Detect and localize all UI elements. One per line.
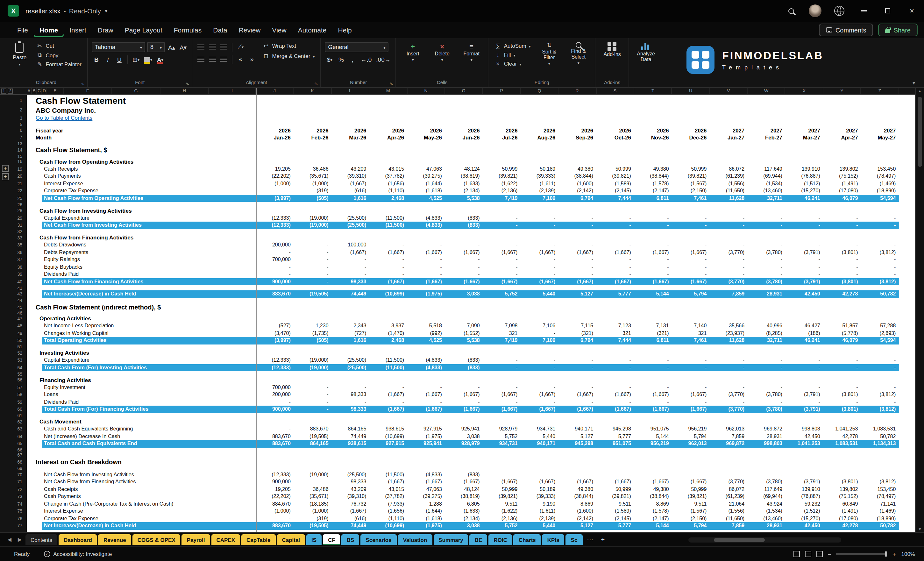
cell[interactable]: 98,333 — [332, 392, 370, 398]
row-label[interactable]: Changes in Working Capital — [27, 330, 256, 336]
cell[interactable]: - — [558, 222, 596, 228]
cell[interactable]: - — [824, 215, 861, 221]
menu-tab-data[interactable]: Data — [207, 23, 233, 37]
cell[interactable]: 883,670 — [294, 426, 332, 432]
cell[interactable]: (3,770) — [710, 406, 748, 412]
cell[interactable]: (2,150) — [672, 516, 710, 522]
column-header-I[interactable]: I — [209, 88, 256, 94]
cell[interactable]: 42,278 — [824, 434, 861, 440]
cell[interactable]: 48,124 — [445, 486, 483, 492]
cell[interactable]: 5,127 — [558, 523, 596, 529]
row-number[interactable]: 55 — [0, 372, 27, 376]
cell[interactable]: - — [824, 222, 861, 228]
row-number[interactable]: 5 — [0, 122, 27, 126]
share-button[interactable]: Share — [879, 24, 918, 36]
cell[interactable]: 7,859 — [710, 291, 748, 297]
row-number[interactable]: 58 — [0, 393, 27, 397]
cell[interactable]: - — [369, 242, 407, 248]
cell[interactable]: (3,770) — [710, 392, 748, 398]
cell[interactable]: (4,833) — [407, 365, 445, 370]
cell[interactable]: (17,080) — [824, 516, 861, 522]
sheet-tab-is[interactable]: IS — [306, 534, 322, 545]
row-number[interactable]: 44 — [0, 298, 27, 303]
cell[interactable]: (319) — [294, 188, 332, 194]
row-label[interactable]: Net Cash Flow from Operating Activities — [27, 195, 256, 201]
cell[interactable]: (3,801) — [824, 279, 861, 285]
cell[interactable]: Mar-27 — [786, 134, 824, 140]
cell[interactable]: (2,150) — [672, 188, 710, 194]
cell[interactable]: (1,667) — [558, 279, 596, 285]
cell[interactable]: 7,131 — [634, 323, 672, 329]
align-top-button[interactable] — [196, 42, 206, 52]
column-header-J[interactable]: J — [256, 88, 294, 94]
font-size-select[interactable]: 8▾ — [147, 42, 165, 52]
cell[interactable]: (69,944) — [748, 174, 786, 179]
cell[interactable]: - — [369, 257, 407, 262]
cell[interactable]: 36,486 — [294, 166, 332, 172]
row-number[interactable]: 36 — [0, 250, 27, 255]
row-number[interactable]: 67 — [0, 453, 27, 457]
cell[interactable]: (319) — [294, 516, 332, 522]
row-label[interactable]: Debts Drawdowns — [27, 242, 256, 248]
row-label[interactable]: Cash Flow Statement — [27, 95, 126, 105]
cell[interactable]: 945,298 — [558, 441, 596, 447]
sheet-tab-cogs-opex[interactable]: COGS & OPEX — [132, 534, 180, 545]
cell[interactable]: (1,667) — [520, 392, 558, 398]
cell[interactable]: - — [710, 357, 748, 363]
row-label[interactable]: Total Cash From (For) Investing Activiti… — [27, 365, 256, 370]
cell[interactable]: 940,171 — [558, 426, 596, 432]
comments-button[interactable]: Comments — [819, 24, 873, 36]
cell[interactable]: (3,812) — [861, 479, 899, 485]
cell[interactable]: (1,667) — [483, 279, 521, 285]
row-number[interactable]: 59 — [0, 400, 27, 404]
sheet-tab-charts[interactable]: Charts — [514, 534, 541, 545]
cell[interactable]: (19,505) — [294, 523, 332, 529]
collapse-ribbon-icon[interactable]: ▾ — [912, 80, 915, 86]
cell[interactable]: - — [332, 399, 370, 405]
cell[interactable]: - — [332, 272, 370, 278]
align-center-button[interactable] — [208, 54, 217, 64]
cell[interactable]: 2,343 — [332, 323, 370, 329]
cell[interactable]: - — [634, 215, 672, 221]
cell[interactable]: (23,937) — [710, 330, 748, 336]
cell[interactable]: - — [558, 357, 596, 363]
cell[interactable]: 100,000 — [332, 242, 370, 248]
cell[interactable]: - — [861, 264, 899, 270]
presence-button[interactable] — [827, 0, 851, 22]
row-label[interactable]: Net Cash Flow from Financing Activities — [27, 479, 256, 485]
cell[interactable]: (11,650) — [710, 188, 748, 194]
menu-tab-automate[interactable]: Automate — [292, 23, 332, 37]
row-label[interactable]: Investing Activities — [27, 350, 89, 356]
cell[interactable]: - — [710, 215, 748, 221]
cell[interactable]: (3,791) — [786, 406, 824, 412]
cell[interactable]: 700,000 — [256, 257, 294, 262]
row-number[interactable]: 61 — [0, 413, 27, 418]
row-number[interactable]: 68 — [0, 459, 27, 464]
chevron-down-icon[interactable]: ▾ — [105, 8, 107, 14]
cell[interactable]: (1,000) — [294, 508, 332, 514]
column-header-X[interactable]: X — [786, 88, 824, 94]
cell[interactable]: (3,780) — [748, 392, 786, 398]
cell[interactable]: (1,667) — [407, 406, 445, 412]
cell[interactable]: 139,910 — [786, 166, 824, 172]
cell[interactable]: - — [558, 242, 596, 248]
cell[interactable]: (2,145) — [596, 188, 634, 194]
cell[interactable]: - — [483, 242, 521, 248]
cell[interactable]: 42,450 — [786, 434, 824, 440]
cell[interactable]: - — [294, 392, 332, 398]
cell[interactable]: (11,500) — [369, 222, 407, 228]
row-label[interactable]: Total Operating Activities — [27, 338, 256, 344]
add-sheet-button[interactable]: + — [598, 536, 608, 543]
cell[interactable]: - — [634, 472, 672, 478]
row-label[interactable]: Cash Flow Statement, $ — [27, 147, 107, 153]
cell[interactable]: (1,667) — [558, 479, 596, 485]
number-format-select[interactable]: General▾ — [325, 42, 388, 52]
cell[interactable]: (2,134) — [445, 188, 483, 194]
cell[interactable]: 7,444 — [596, 338, 634, 344]
tab-scroll-right-icon[interactable]: ▶ — [15, 537, 24, 543]
cell[interactable]: (1,975) — [407, 434, 445, 440]
cell[interactable]: (19,000) — [294, 472, 332, 478]
cell[interactable]: 46,079 — [824, 195, 861, 201]
align-right-button[interactable] — [219, 54, 229, 64]
cell[interactable]: (1,552) — [445, 330, 483, 336]
